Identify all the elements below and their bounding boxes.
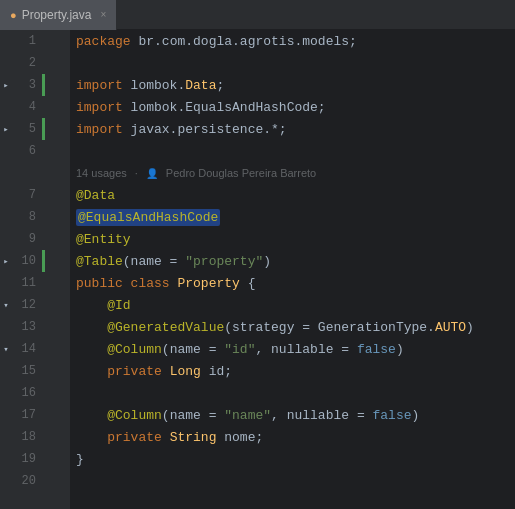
token: package: [76, 34, 138, 49]
editor-body: 1 2 ▸ 3 4 ▸ 5: [0, 30, 515, 509]
linenum-2: 2: [12, 56, 42, 70]
line-13-gutter: 13: [0, 316, 70, 338]
token: ): [263, 254, 271, 269]
code-line-12: @Id: [76, 294, 515, 316]
line-9-gutter: 9: [0, 228, 70, 250]
token: ): [466, 320, 474, 335]
token: ;: [279, 122, 287, 137]
linenum-11: 11: [12, 276, 42, 290]
tab-close-button[interactable]: ×: [100, 9, 106, 20]
tab-property-java[interactable]: ● Property.java ×: [0, 0, 117, 30]
code-line-9: @Entity: [76, 228, 515, 250]
code-line-8: @EqualsAndHashCode: [76, 206, 515, 228]
token: [76, 320, 107, 335]
token: false: [372, 408, 411, 423]
code-line-20: [76, 470, 515, 492]
token: br.com.dogla.agrotis.models: [138, 34, 349, 49]
fold-5[interactable]: ▸: [0, 124, 12, 135]
linenum-14: 14: [12, 342, 42, 356]
token: [76, 298, 107, 313]
line-12-gutter: ▾ 12: [0, 294, 70, 316]
line-16-gutter: 16: [0, 382, 70, 404]
token: [76, 408, 107, 423]
linenum-12: 12: [12, 298, 42, 312]
linenum-1: 1: [12, 34, 42, 48]
token: class: [131, 276, 178, 291]
code-line-3: import lombok.Data;: [76, 74, 515, 96]
line-14-gutter: ▾ 14: [0, 338, 70, 360]
linenum-4: 4: [12, 100, 42, 114]
token: private: [107, 364, 169, 379]
token: String: [170, 430, 217, 445]
token: ;: [349, 34, 357, 49]
token: "id": [224, 342, 255, 357]
line-3-gutter: ▸ 3: [0, 74, 70, 96]
tab-bar: ● Property.java ×: [0, 0, 515, 30]
token: import: [76, 100, 131, 115]
left-gutter: 1 2 ▸ 3 4 ▸ 5: [0, 30, 70, 509]
token: (name =: [162, 408, 224, 423]
token: (strategy = GenerationType.: [224, 320, 435, 335]
token-highlighted: @EqualsAndHashCode: [76, 209, 220, 226]
token: , nullable =: [255, 342, 356, 357]
line-5-gutter: ▸ 5: [0, 118, 70, 140]
linenum-13: 13: [12, 320, 42, 334]
usage-info-row: 14 usages · 👤 Pedro Douglas Pereira Barr…: [76, 162, 515, 184]
fold-10[interactable]: ▸: [0, 256, 12, 267]
line-17-gutter: 17: [0, 404, 70, 426]
code-line-19: }: [76, 448, 515, 470]
linenum-20: 20: [12, 474, 42, 488]
usage-separator: ·: [135, 167, 138, 179]
token: false: [357, 342, 396, 357]
token: AUTO: [435, 320, 466, 335]
token: ;: [216, 78, 224, 93]
token: nome;: [216, 430, 263, 445]
linenum-16: 16: [12, 386, 42, 400]
token: @Column: [107, 342, 162, 357]
linenum-17: 17: [12, 408, 42, 422]
token: (name =: [123, 254, 185, 269]
editor-container: ● Property.java × 1 2 ▸ 3: [0, 0, 515, 509]
token: @Column: [107, 408, 162, 423]
code-line-14: @Column(name = "id", nullable = false): [76, 338, 515, 360]
fold-3[interactable]: ▸: [0, 80, 12, 91]
line-8-gutter: 8: [0, 206, 70, 228]
token: public: [76, 276, 131, 291]
code-line-11: public class Property {: [76, 272, 515, 294]
token: [76, 342, 107, 357]
linenum-10: 10: [12, 254, 42, 268]
token: javax.persistence.*: [131, 122, 279, 137]
code-content[interactable]: package br.com.dogla.agrotis.models; imp…: [70, 30, 515, 509]
token: Long: [170, 364, 201, 379]
token: @Table: [76, 254, 123, 269]
token: @Entity: [76, 232, 131, 247]
token: lombok.EqualsAndHashCode: [131, 100, 318, 115]
token: {: [240, 276, 256, 291]
token: ): [396, 342, 404, 357]
linenum-19: 19: [12, 452, 42, 466]
token: "name": [224, 408, 271, 423]
code-line-13: @GeneratedValue(strategy = GenerationTyp…: [76, 316, 515, 338]
line-7-gutter: 7: [0, 184, 70, 206]
usage-username: Pedro Douglas Pereira Barreto: [166, 167, 316, 179]
token: Property: [177, 276, 239, 291]
line-6-gutter: 6: [0, 140, 70, 162]
fold-12[interactable]: ▾: [0, 300, 12, 311]
token: @Data: [76, 188, 115, 203]
code-line-17: @Column(name = "name", nullable = false): [76, 404, 515, 426]
linenum-6: 6: [12, 144, 42, 158]
token: ;: [318, 100, 326, 115]
token: id;: [201, 364, 232, 379]
linenum-8: 8: [12, 210, 42, 224]
line-4-gutter: 4: [0, 96, 70, 118]
line-20-gutter: 20: [0, 470, 70, 492]
token: (name =: [162, 342, 224, 357]
code-line-16: [76, 382, 515, 404]
code-line-4: import lombok.EqualsAndHashCode;: [76, 96, 515, 118]
code-line-18: private String nome;: [76, 426, 515, 448]
line-10-gutter: ▸ 10: [0, 250, 70, 272]
token: import: [76, 78, 131, 93]
fold-14[interactable]: ▾: [0, 344, 12, 355]
token: ): [412, 408, 420, 423]
token: , nullable =: [271, 408, 372, 423]
